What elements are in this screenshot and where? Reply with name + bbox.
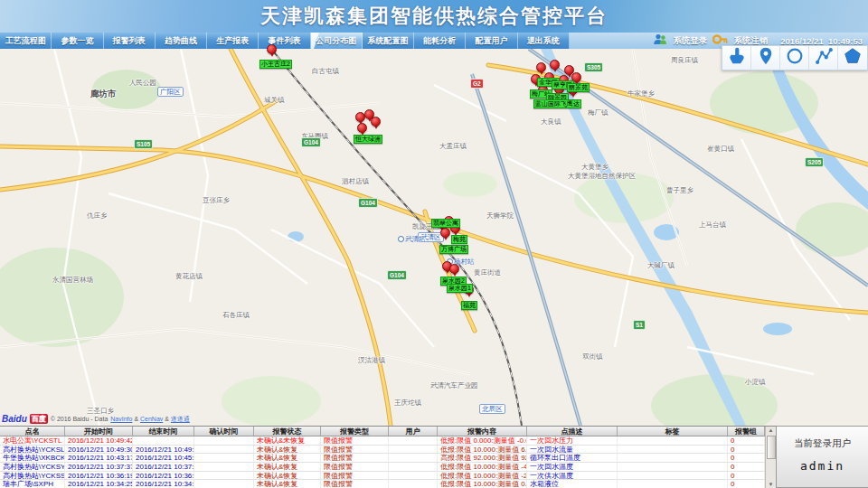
site-label[interactable]: 小王古庄2: [259, 60, 292, 69]
road-shield: S205: [805, 157, 824, 167]
alarm-table-body: 水电公寓\YCKSTL2016/12/21 10:49:42未确认&未恢复限值报…: [0, 436, 776, 488]
district-label: 广阳区: [157, 87, 184, 97]
tab-label: 退出系统: [527, 36, 560, 45]
tab-label: 报警列表: [113, 36, 146, 45]
map-canvas[interactable]: 周良庄镇人民公园廊坊市白古屯镇城关镇牛家堡乡梅厂镇大良镇大孟庄镇东马圈镇大黄堡乡…: [0, 49, 868, 426]
login-button[interactable]: 系统登录: [673, 35, 707, 47]
road-shield: G104: [358, 198, 378, 208]
tab-label: 生产报表: [216, 36, 249, 45]
cell: [389, 436, 438, 445]
alarm-site-marker-icon[interactable]: [267, 44, 277, 54]
tab-配置用户[interactable]: 配置用户: [466, 33, 517, 49]
site-label[interactable]: 梅苑: [451, 235, 467, 244]
cell: 一次供水温度: [527, 472, 618, 480]
cell: [389, 480, 438, 488]
site-label[interactable]: 翡翠公寓: [431, 219, 460, 228]
site-label[interactable]: 丽景苑: [567, 83, 590, 92]
scroll-down-icon[interactable]: ▼: [769, 481, 774, 488]
road-shield: S1: [633, 320, 646, 330]
header-bar: 天津凯森集团智能供热综合管控平台: [0, 0, 868, 33]
site-label[interactable]: 恒大绿洲: [354, 135, 382, 144]
cell: 0: [728, 472, 765, 480]
road-shield: G104: [301, 137, 321, 147]
alarm-site-marker-icon[interactable]: [357, 123, 367, 133]
cell: 水箱液位: [527, 480, 618, 488]
attribution-link[interactable]: CenNav: [140, 416, 163, 422]
tab-label: 能耗分析: [423, 36, 456, 45]
site-label[interactable]: 蓝山国际飞鹰达: [533, 99, 581, 108]
rail-station-icon: [398, 236, 404, 242]
hand-tool-button[interactable]: [722, 46, 751, 70]
tab-生产报表[interactable]: 生产报表: [207, 33, 259, 49]
cell: 低报:限值 0.000:测量值 -0.002: [438, 436, 527, 445]
alarm-site-marker-icon[interactable]: [550, 60, 560, 70]
table-row[interactable]: 高村换热站\YCKSSYO2016/12/21 10:36:192016/12/…: [0, 472, 776, 481]
column-header-结束时间[interactable]: 结束时间: [133, 427, 194, 436]
table-row[interactable]: 高村换热站\YCKSLL2016/12/21 10:49:302016/12/2…: [0, 446, 776, 455]
cell: 低报:限值 10.000:测量值 -29.875: [438, 472, 527, 480]
column-header-报警组[interactable]: 报警组: [728, 427, 765, 436]
site-label[interactable]: 福苑: [461, 301, 477, 310]
tab-报警列表[interactable]: 报警列表: [104, 33, 156, 49]
page-title: 天津凯森集团智能供热综合管控平台: [0, 0, 868, 33]
table-row[interactable]: 水电公寓\YCKSTL2016/12/21 10:49:42未确认&未恢复限值报…: [0, 436, 776, 446]
map-attribution: Baidu 百度 © 2016 Baidu - Data NavInfo & C…: [2, 414, 190, 424]
scrollbar-thumb[interactable]: [767, 436, 776, 459]
table-scrollbar[interactable]: ▲ ▼: [765, 427, 776, 488]
rail-station-label: 武清站: [398, 235, 426, 244]
alarm-site-marker-icon[interactable]: [440, 228, 450, 238]
table-row[interactable]: 瑞丰广场\SXPH2016/12/21 10:34:252016/12/21 1…: [0, 480, 776, 488]
tab-系统配置图[interactable]: 系统配置图: [363, 33, 414, 49]
current-user-panel: 当前登录用户 admin: [776, 426, 868, 488]
cell: 0: [728, 454, 765, 462]
polyline-tool-button[interactable]: [809, 46, 838, 70]
tab-label: 参数一览: [61, 36, 93, 45]
table-row[interactable]: 牛堡换热站\XKBCKYO2016/12/21 10:43:172016/12/…: [0, 454, 776, 463]
alarm-site-marker-icon[interactable]: [449, 264, 459, 274]
column-header-标签[interactable]: 标签: [618, 427, 728, 436]
district-label: 北辰区: [479, 404, 505, 414]
alarm-site-marker-icon[interactable]: [371, 117, 381, 127]
users-icon[interactable]: [653, 33, 667, 49]
copyright-text: © 2016 Baidu - Data: [51, 416, 108, 422]
alarm-site-marker-icon[interactable]: [536, 62, 546, 72]
cell: 高村换热站\YCKSLL: [0, 446, 65, 454]
site-label[interactable]: 万博广场: [439, 245, 468, 254]
tab-能耗分析[interactable]: 能耗分析: [414, 33, 466, 49]
column-header-点描述[interactable]: 点描述: [527, 427, 618, 436]
column-header-报警内容[interactable]: 报警内容: [438, 427, 527, 436]
attribution-link[interactable]: NavInfo: [110, 416, 132, 422]
cell: 水电公寓\YCKSTL: [0, 436, 65, 445]
table-row[interactable]: 高村换热站\YCKSYO2016/12/21 10:37:372016/12/2…: [0, 463, 776, 472]
cell: 低报:限值 10.000:测量值 6.250: [438, 446, 527, 454]
marker-tool-button[interactable]: [751, 46, 780, 70]
cell: [133, 436, 194, 445]
cell: 2016/12/21 10:34:25: [65, 480, 133, 488]
cell: 瑞丰广场\SXPH: [0, 480, 65, 488]
tab-参数一览[interactable]: 参数一览: [52, 33, 103, 49]
road-shield: G104: [387, 270, 407, 280]
column-header-用户[interactable]: 用户: [389, 427, 438, 436]
cell: 0: [728, 446, 765, 454]
cell: 循环泵出口温度: [527, 454, 618, 462]
tab-趋势曲线[interactable]: 趋势曲线: [156, 33, 207, 49]
column-header-确认时间[interactable]: 确认时间: [194, 427, 254, 436]
tab-退出系统[interactable]: 退出系统: [518, 33, 570, 49]
scroll-up-icon[interactable]: ▲: [769, 427, 774, 435]
column-header-报警状态[interactable]: 报警状态: [254, 427, 321, 436]
circle-tool-button[interactable]: [780, 46, 809, 70]
cell: [194, 454, 254, 462]
column-header-开始时间[interactable]: 开始时间: [65, 427, 133, 436]
column-header-点名[interactable]: 点名: [0, 427, 65, 436]
cell: 0: [728, 463, 765, 471]
column-header-报警类型[interactable]: 报警类型: [321, 427, 389, 436]
cell: 未确认&恢复: [254, 472, 321, 480]
tab-label: 系统配置图: [367, 36, 408, 45]
tab-工艺流程图[interactable]: 工艺流程图: [0, 33, 52, 49]
tab-label: 趋势曲线: [165, 36, 197, 45]
heating-platform-window: 天津凯森集团智能供热综合管控平台 工艺流程图参数一览报警列表趋势曲线生产报表事件…: [0, 0, 868, 488]
polygon-tool-button[interactable]: [838, 46, 867, 70]
tab-公司分布图[interactable]: 公司分布图: [311, 33, 363, 49]
attribution-link[interactable]: 道道通: [171, 416, 190, 422]
site-label[interactable]: 泉水园1: [447, 284, 473, 293]
